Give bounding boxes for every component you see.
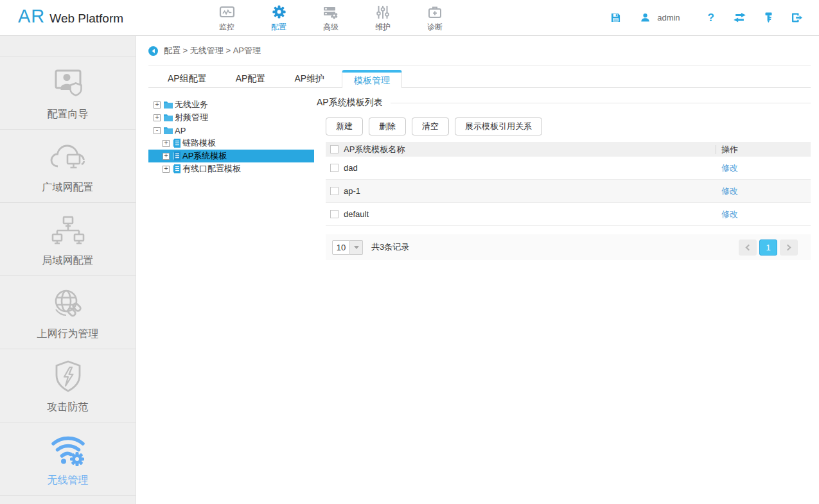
expand-icon[interactable]: + <box>163 140 170 147</box>
tree-node-wireless-service[interactable]: + 无线业务 <box>148 98 314 111</box>
template-table: AP系统模板名称 操作 dad 修改 ap-1 修改 default 修改 <box>326 142 811 226</box>
show-reference-button[interactable]: 展示模板引用关系 <box>455 117 542 135</box>
collapse-icon[interactable]: - <box>154 127 161 134</box>
modify-link[interactable]: 修改 <box>721 209 738 220</box>
folder-icon <box>164 126 173 134</box>
sidebar-item-wireless[interactable]: 无线管理 <box>0 422 136 496</box>
expand-icon[interactable]: + <box>163 166 170 173</box>
expand-icon[interactable]: + <box>154 114 161 121</box>
pagination: 10 共3条记录 1 <box>326 234 811 260</box>
template-name: default <box>344 209 716 219</box>
main-area: 配置 > 无线管理 > AP管理 AP组配置 AP配置 AP维护 模板管理 + … <box>137 36 819 504</box>
tab-ap-config[interactable]: AP配置 <box>224 70 277 87</box>
page-size-dropdown-button[interactable] <box>350 240 363 255</box>
toolbar: 新建 删除 清空 展示模板引用关系 <box>326 117 811 135</box>
sliders-icon <box>376 3 390 21</box>
globe-chain-icon <box>50 284 86 324</box>
name-column-header: AP系统模板名称 <box>344 144 716 155</box>
tree-node-rf-manage[interactable]: + 射频管理 <box>148 111 314 124</box>
current-page-button[interactable]: 1 <box>759 239 777 256</box>
chevron-left-icon <box>746 244 752 250</box>
user-icon[interactable] <box>640 13 650 22</box>
chevron-right-icon <box>785 244 791 250</box>
sidebar-item-attack[interactable]: 攻击防范 <box>0 349 136 422</box>
logo-brand: AR <box>18 6 45 27</box>
pager: 1 <box>736 239 798 256</box>
tab-template-manage[interactable]: 模板管理 <box>342 70 402 88</box>
nav-item-monitor[interactable]: 监控 <box>207 3 247 33</box>
header-right: admin ? <box>611 0 802 35</box>
template-name: dad <box>344 163 716 173</box>
tab-ap-maintain[interactable]: AP维护 <box>283 70 336 87</box>
tree-node-link-template[interactable]: + 链路模板 <box>148 137 314 150</box>
nav-item-advanced[interactable]: 高级 <box>311 3 351 33</box>
tab-ap-group-config[interactable]: AP组配置 <box>156 70 218 87</box>
first-aid-icon <box>427 3 443 21</box>
page-size-value[interactable]: 10 <box>332 240 350 255</box>
sidebar-label-wan: 广域网配置 <box>42 181 94 195</box>
breadcrumb: 配置 > 无线管理 > AP管理 <box>148 36 811 66</box>
row-checkbox[interactable] <box>330 187 339 195</box>
create-button[interactable]: 新建 <box>326 117 363 135</box>
top-nav: 监控 配置 高级 维护 诊断 <box>207 3 467 33</box>
nav-label-monitor: 监控 <box>219 22 234 33</box>
template-doc-icon <box>173 139 181 148</box>
nav-label-maintain: 维护 <box>375 22 391 33</box>
table-header: AP系统模板名称 操作 <box>326 142 811 157</box>
nav-label-advanced: 高级 <box>323 22 339 33</box>
content: + 无线业务 + 射频管理 - AP + <box>148 96 811 260</box>
row-checkbox[interactable] <box>330 210 339 218</box>
nav-item-diagnose[interactable]: 诊断 <box>415 3 455 33</box>
app-logo: AR Web Platform <box>18 6 123 27</box>
next-page-button[interactable] <box>780 239 798 256</box>
clear-button[interactable]: 清空 <box>412 117 449 135</box>
modify-link[interactable]: 修改 <box>721 162 738 174</box>
logout-icon[interactable] <box>791 13 802 22</box>
page-size-select[interactable]: 10 <box>332 240 363 255</box>
expand-icon[interactable]: + <box>154 101 161 109</box>
expand-icon[interactable]: + <box>163 153 170 160</box>
wifi-gear-icon <box>48 430 88 470</box>
total-records: 共3条记录 <box>371 241 409 253</box>
sidebar-item-wan[interactable]: 广域网配置 <box>0 130 136 203</box>
action-column-header: 操作 <box>721 144 738 155</box>
column-separator <box>716 145 716 154</box>
sidebar-item-behavior[interactable]: 上网行为管理 <box>0 276 136 349</box>
folder-icon <box>164 101 173 109</box>
breadcrumb-back-icon[interactable] <box>148 46 158 56</box>
tree-node-ap-system-template[interactable]: + AP系统模板 <box>148 150 314 162</box>
tabbar: AP组配置 AP配置 AP维护 模板管理 <box>148 66 811 88</box>
delete-button[interactable]: 删除 <box>369 117 406 135</box>
table-row: ap-1 修改 <box>326 180 811 203</box>
sidebar-item-lan[interactable]: 局域网配置 <box>0 203 136 276</box>
template-name: ap-1 <box>344 186 716 196</box>
nav-item-maintain[interactable]: 维护 <box>363 3 403 33</box>
switch-language-icon[interactable] <box>734 13 746 22</box>
server-gear-icon <box>323 3 339 21</box>
wizard-icon <box>50 64 86 104</box>
tree-node-wired-port-template[interactable]: + 有线口配置模板 <box>148 162 314 175</box>
sidebar-label-attack: 攻击防范 <box>48 401 89 414</box>
gear-icon <box>272 3 286 21</box>
tree-node-ap[interactable]: - AP <box>148 124 314 137</box>
template-tree: + 无线业务 + 射频管理 - AP + <box>148 96 317 260</box>
folder-icon <box>164 114 173 121</box>
sidebar-label-wizard: 配置向导 <box>48 108 89 121</box>
modify-link[interactable]: 修改 <box>721 186 738 197</box>
row-checkbox[interactable] <box>330 164 339 172</box>
key-icon[interactable] <box>765 12 772 23</box>
username[interactable]: admin <box>657 13 680 22</box>
sidebar-item-wizard[interactable]: 配置向导 <box>0 56 136 130</box>
prev-page-button[interactable] <box>739 239 757 256</box>
panel-title-row: AP系统模板列表 <box>317 96 811 109</box>
template-doc-icon <box>173 152 181 161</box>
save-icon[interactable] <box>611 13 621 22</box>
breadcrumb-text: 配置 > 无线管理 > AP管理 <box>164 45 261 56</box>
sidebar-spacer <box>0 36 136 56</box>
select-all-checkbox[interactable] <box>330 145 339 153</box>
nav-item-config[interactable]: 配置 <box>259 3 299 33</box>
title-rule <box>391 103 811 103</box>
help-icon[interactable]: ? <box>708 12 714 24</box>
table-row: default 修改 <box>326 203 811 226</box>
sidebar-label-behavior: 上网行为管理 <box>37 327 99 341</box>
